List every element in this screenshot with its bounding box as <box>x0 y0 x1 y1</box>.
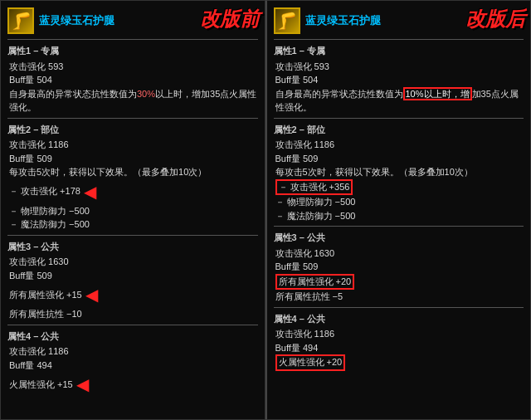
left-attr2-line1: 攻击强化 1186 <box>7 138 258 152</box>
right-divider-2 <box>274 226 524 227</box>
left-arrow3-icon: ◀ <box>76 372 89 397</box>
right-attr2-line5: － 物理防御力 −500 <box>274 195 524 209</box>
right-attr3-header: 属性3 – 公共 <box>274 231 524 246</box>
right-attr3-line2: Buff量 509 <box>274 260 524 274</box>
right-attr2-line3: 每攻击5次时，获得以下效果。（最多叠加10次） <box>274 165 524 179</box>
left-arrow2-icon: ◀ <box>85 282 98 307</box>
left-attr3-line2: Buff量 509 <box>7 269 258 283</box>
left-divider-1 <box>7 118 258 119</box>
left-attr2-line3: 每攻击5次时，获得以下效果。（最多叠加10次） <box>7 165 258 179</box>
right-attr4-line1: 攻击强化 1186 <box>274 327 524 341</box>
left-panel: 🦵 蓝灵绿玉石护腿 改版前 属性1 – 专属 攻击强化 593 Buff量 50… <box>0 0 266 420</box>
left-attr1-block: 属性1 – 专属 攻击强化 593 Buff量 504 自身最高的异常状态抗性数… <box>7 44 258 115</box>
right-attr2-line1: 攻击强化 1186 <box>274 138 524 152</box>
left-attr2-line4: － 攻击强化 +178 ◀ <box>7 179 258 204</box>
right-attr3-block: 属性3 – 公共 攻击强化 1630 Buff量 509 所有属性强化 +20 … <box>274 231 524 303</box>
right-panel: 🦵 蓝灵绿玉石护腿 改版后 属性1 – 专属 攻击强化 593 Buff量 50… <box>266 0 532 420</box>
left-attr2-line6: － 魔法防御力 −500 <box>7 217 258 232</box>
right-attr1-line1: 攻击强化 593 <box>274 60 524 74</box>
left-attr1-header: 属性1 – 专属 <box>7 44 258 59</box>
right-attr2-line2: Buff量 509 <box>274 152 524 166</box>
right-divider-top <box>274 39 524 40</box>
left-attr3-line1: 攻击强化 1630 <box>7 255 258 269</box>
right-divider-3 <box>274 307 524 308</box>
right-attr4-line3: 火属性强化 +20 <box>274 354 524 370</box>
right-version-label: 改版后 <box>465 6 525 32</box>
left-item-icon: 🦵 <box>7 7 34 34</box>
left-attr2-line2: Buff量 509 <box>7 152 258 166</box>
left-arrow1-icon: ◀ <box>84 179 96 204</box>
left-attr1-line2: Buff量 504 <box>7 73 258 87</box>
right-divider-1 <box>274 118 524 119</box>
right-attr3-line4: 所有属性抗性 −5 <box>274 290 524 304</box>
left-attr3-header: 属性3 – 公共 <box>7 240 258 255</box>
left-divider-top <box>7 39 258 40</box>
right-attr2-line4: － 攻击强化 +356 <box>274 179 524 195</box>
right-attr1-block: 属性1 – 专属 攻击强化 593 Buff量 504 自身最高的异常状态抗性数… <box>274 44 524 115</box>
left-version-label: 改版前 <box>200 6 260 32</box>
right-attr2-block: 属性2 – 部位 攻击强化 1186 Buff量 509 每攻击5次时，获得以下… <box>274 123 524 222</box>
left-attr1-line1: 攻击强化 593 <box>7 60 258 74</box>
right-attr4-header: 属性4 – 公共 <box>274 312 524 327</box>
right-attr3-line3: 所有属性强化 +20 <box>274 274 524 290</box>
left-attr3-block: 属性3 – 公共 攻击强化 1630 Buff量 509 所有属性强化 +15 … <box>7 240 258 321</box>
comparison-container: 🦵 蓝灵绿玉石护腿 改版前 属性1 – 专属 攻击强化 593 Buff量 50… <box>0 0 531 420</box>
left-attr2-header: 属性2 – 部位 <box>7 123 258 138</box>
right-item-icon: 🦵 <box>274 7 300 34</box>
right-attr2-line6: － 魔法防御力 −500 <box>274 209 524 223</box>
left-attr4-block: 属性4 – 公共 攻击强化 1186 Buff量 494 火属性强化 +15 ◀ <box>7 330 258 398</box>
right-attr2-header: 属性2 – 部位 <box>274 123 524 138</box>
left-attr4-line2: Buff量 494 <box>7 359 258 373</box>
right-attr1-header: 属性1 – 专属 <box>274 44 524 59</box>
left-divider-2 <box>7 235 258 236</box>
left-attr3-line4: 所有属性抗性 −10 <box>7 307 258 321</box>
left-attr4-line3: 火属性强化 +15 ◀ <box>7 372 258 397</box>
right-attr1-line2: Buff量 504 <box>274 73 524 87</box>
left-attr2-line5: － 物理防御力 −500 <box>7 204 258 218</box>
right-attr3-line1: 攻击强化 1630 <box>274 247 524 261</box>
left-divider-3 <box>7 325 258 325</box>
left-attr4-line1: 攻击强化 1186 <box>7 344 258 359</box>
right-attr4-line2: Buff量 494 <box>274 341 524 355</box>
left-attr1-line3: 自身最高的异常状态抗性数值为30%以上时，增加35点火属性强化。 <box>7 87 258 115</box>
left-attr3-line3: 所有属性强化 +15 ◀ <box>7 282 258 307</box>
left-attr4-header: 属性4 – 公共 <box>7 330 258 344</box>
left-attr2-block: 属性2 – 部位 攻击强化 1186 Buff量 509 每攻击5次时，获得以下… <box>7 123 258 232</box>
right-attr1-line3: 自身最高的异常状态抗性数值为10%以上时，增加35点火属性强化。 <box>274 87 524 115</box>
right-attr4-block: 属性4 – 公共 攻击强化 1186 Buff量 494 火属性强化 +20 <box>274 312 524 371</box>
